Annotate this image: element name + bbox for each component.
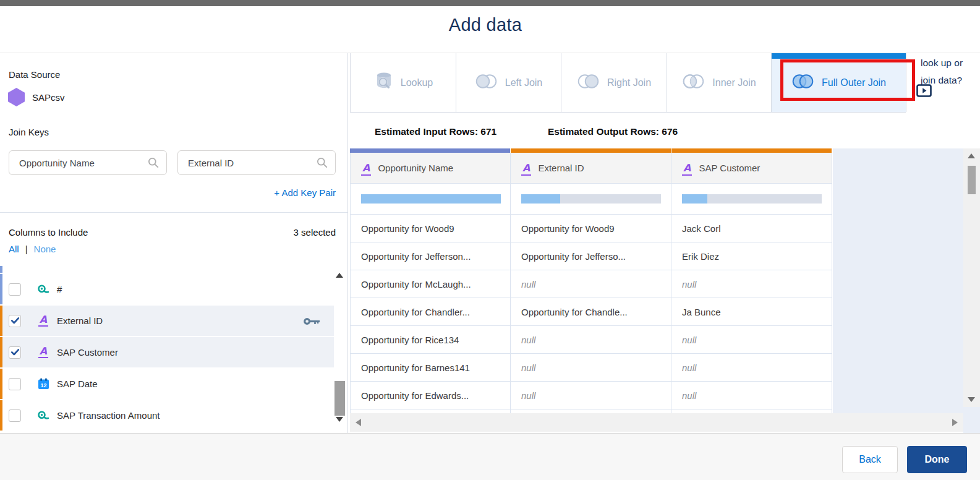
column-name: SAP Transaction Amount — [57, 410, 160, 421]
fill-rate-bar — [521, 194, 560, 204]
vertical-scrollbar-thumb[interactable] — [968, 166, 976, 194]
select-all-link[interactable]: All — [9, 244, 19, 254]
svg-text:12: 12 — [40, 382, 46, 388]
table-vertical-scrollbar[interactable] — [963, 148, 980, 407]
join-type-tabs: LookupLeft JoinRight JoinInner JoinFull … — [350, 53, 906, 113]
text-a-icon: A — [682, 163, 692, 173]
list-scroll-down-arrow-icon[interactable] — [336, 417, 343, 422]
column-accent-strip — [0, 337, 2, 367]
fill-rate-cell — [350, 184, 511, 215]
columns-to-include-label: Columns to Include — [9, 227, 88, 238]
tab-label: Inner Join — [712, 77, 756, 88]
left-join-key-value: Opportunity Name — [19, 158, 95, 168]
data-source-name: SAPcsv — [32, 92, 65, 103]
add-key-pair-link[interactable]: + Add Key Pair — [177, 187, 336, 198]
right-join-venn-icon — [577, 73, 600, 92]
preview-data-row: Opportunity for Wood9Opportunity for Woo… — [350, 215, 833, 242]
preview-data-row: Opportunity for Jefferson...Opportunity … — [350, 242, 833, 270]
back-button[interactable]: Back — [842, 446, 898, 473]
tab-label: Full Outer Join — [822, 77, 886, 88]
column-name: External ID — [57, 315, 103, 326]
fill-rate-cell — [671, 184, 832, 215]
column-accent-strip — [0, 369, 2, 399]
measure-icon — [35, 410, 52, 421]
text-a-icon: A — [35, 315, 52, 327]
tab-left-join[interactable]: Left Join — [456, 53, 561, 112]
select-all-none-links: All | None — [9, 244, 56, 254]
preview-data-row: Opportunity for Edwards...nullnull — [350, 382, 833, 409]
preview-cell: Opportunity for Chandler... — [350, 298, 511, 326]
fill-rate-track — [361, 194, 501, 204]
right-join-key-input[interactable]: External ID — [177, 150, 336, 175]
list-scrollbar-thumb[interactable] — [334, 381, 345, 416]
preview-data-row: Opportunity for Rice134nullnull — [350, 326, 833, 354]
scroll-left-arrow-icon[interactable] — [356, 419, 361, 426]
column-row--[interactable]: # — [0, 274, 334, 304]
preview-cell: Opportunity for McLaugh... — [350, 270, 511, 298]
preview-cell: Jack Corl — [671, 215, 832, 242]
tab-inner-join[interactable]: Inner Join — [667, 53, 772, 112]
select-none-link[interactable]: None — [34, 244, 56, 254]
preview-cell: Opportunity for Barnes141 — [350, 354, 511, 382]
selected-count: 3 selected — [212, 227, 336, 238]
column-checkbox[interactable] — [9, 283, 21, 296]
preview-data-row: Opportunity for Chandler...Opportunity f… — [350, 298, 833, 326]
column-checkbox[interactable] — [9, 378, 21, 390]
data-source-label: Data Source — [9, 69, 60, 80]
right-join-key-value: External ID — [188, 158, 234, 168]
list-scroll-up-arrow-icon[interactable] — [336, 273, 343, 278]
fill-rate-track — [682, 194, 822, 204]
scrollbar-corner — [963, 407, 980, 433]
dialog-title: Add data — [0, 15, 971, 35]
inner-join-venn-icon — [682, 73, 705, 92]
column-header-opportunity-name[interactable]: AOpportunity Name — [350, 153, 511, 184]
preview-cell: null — [671, 326, 832, 354]
hexagon-icon — [8, 88, 25, 106]
left-join-key-input[interactable]: Opportunity Name — [9, 150, 167, 175]
table-horizontal-scrollbar[interactable] — [350, 413, 963, 432]
scroll-down-arrow-icon[interactable] — [968, 397, 975, 402]
column-row-external-id[interactable]: AExternal ID — [0, 306, 334, 336]
preview-cell: Opportunity for Chandle... — [511, 298, 671, 326]
preview-data-row: Opportunity for McLaugh...nullnull — [350, 270, 833, 298]
links-separator: | — [25, 244, 28, 254]
done-button[interactable]: Done — [907, 446, 967, 473]
column-header-external-id[interactable]: AExternal ID — [511, 153, 671, 184]
measure-icon — [35, 284, 52, 294]
column-row-sap-date[interactable]: 12SAP Date — [0, 369, 334, 399]
tab-full-outer-join[interactable]: Full Outer Join — [772, 53, 906, 112]
estimated-output-rows: Estimated Output Rows: 676 — [548, 126, 678, 137]
preview-cell: Opportunity for Jefferson... — [350, 242, 511, 270]
join-preview-table: AOpportunity NameAExternal IDASAP Custom… — [350, 148, 833, 413]
column-row-sap-transaction-amount[interactable]: SAP Transaction Amount — [0, 400, 334, 431]
preview-cell: null — [511, 326, 671, 354]
text-a-icon: A — [361, 163, 371, 173]
estimated-input-rows: Estimated Input Rows: 671 — [375, 126, 496, 137]
column-checkbox[interactable] — [9, 315, 21, 327]
column-name: # — [57, 284, 62, 294]
join-keys-label: Join Keys — [9, 127, 49, 137]
preview-cell: Opportunity for Wood9 — [511, 215, 671, 242]
fill-rate-bar — [361, 194, 501, 204]
preview-cell: null — [671, 354, 832, 382]
preview-cell: Erik Diez — [671, 242, 832, 270]
column-checkbox[interactable] — [9, 346, 21, 359]
video-play-icon[interactable] — [916, 84, 932, 100]
scroll-up-arrow-icon[interactable] — [968, 153, 975, 158]
text-a-icon: A — [521, 163, 531, 173]
column-accent-bar — [350, 148, 511, 153]
tab-right-join[interactable]: Right Join — [561, 53, 667, 112]
column-accent-strip — [0, 266, 2, 273]
column-header-sap-customer[interactable]: ASAP Customer — [671, 153, 832, 184]
data-source-row: SAPcsv — [8, 88, 65, 106]
column-row-sap-customer[interactable]: ASAP Customer — [0, 337, 334, 367]
help-text-line1: look up or — [921, 54, 963, 72]
columns-to-include-list: #AExternal IDASAP Customer12SAP DateSAP … — [0, 266, 334, 432]
tab-lookup[interactable]: Lookup — [351, 53, 456, 112]
tab-label: Left Join — [505, 77, 542, 88]
column-accent-strip — [0, 274, 2, 304]
scroll-right-arrow-icon[interactable] — [952, 419, 958, 426]
fill-rate-track — [521, 194, 661, 204]
column-checkbox[interactable] — [9, 409, 21, 422]
preview-cell: Opportunity for Rice134 — [350, 326, 511, 354]
